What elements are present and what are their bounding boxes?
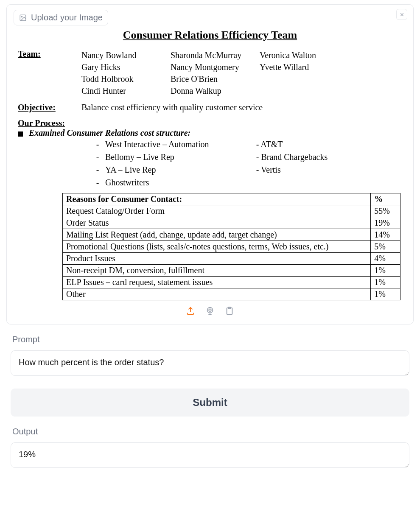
team-label: Team: (18, 49, 81, 97)
team-col1: Nancy Bowland Gary Hicks Todd Holbrook C… (81, 49, 171, 97)
prompt-label: Prompt (12, 335, 414, 344)
process-subtext: Examined Consumer Relations cost structu… (29, 128, 190, 138)
team-member: Brice O'Brien (171, 73, 260, 85)
table-row: Non-receipt DM, conversion, fulfillment1… (63, 265, 400, 277)
team-columns: Nancy Bowland Gary Hicks Todd Holbrook C… (81, 49, 402, 97)
table-row: Product Issues4% (63, 253, 400, 265)
th-pct: % (371, 193, 400, 205)
table-row: Order Status19% (63, 217, 400, 229)
upload-icon[interactable] (186, 306, 195, 316)
table-row: Other1% (63, 288, 400, 300)
svg-point-3 (209, 309, 211, 311)
cost-item: -Bellomy – Live Rep (90, 151, 256, 163)
cost-right: - AT&T - Brand Chargebacks - Vertis (256, 138, 328, 189)
image-upload-card: Upload your Image Consumer Relations Eff… (6, 4, 414, 324)
team-col3: Veronica Walton Yvette Willard (260, 49, 402, 97)
close-button[interactable] (396, 9, 407, 20)
team-member: Veronica Walton (260, 49, 402, 61)
team-member: Yvette Willard (260, 61, 402, 73)
th-reason: Reasons for Consumer Contact: (63, 193, 371, 205)
team-member: Todd Holbrook (81, 73, 171, 85)
upload-header: Upload your Image (14, 10, 406, 25)
table-row: Request Catalog/Order Form55% (63, 205, 400, 217)
cost-structure-row: -West Interactive – Automation -Bellomy … (18, 138, 402, 189)
team-col2: Sharonda McMurray Nancy Montgomery Brice… (171, 49, 260, 97)
contact-reasons-table: Reasons for Consumer Contact: % Request … (62, 193, 400, 300)
prompt-input[interactable] (11, 350, 409, 376)
table-row: ELP Issues – card request, statement iss… (63, 277, 400, 288)
team-member: Gary Hicks (81, 61, 171, 73)
table-header-row: Reasons for Consumer Contact: % (63, 193, 400, 205)
process-subhead: Examined Consumer Relations cost structu… (18, 128, 402, 138)
upload-label: Upload your Image (31, 13, 103, 22)
output-label: Output (12, 427, 414, 436)
cost-item: -YA – Live Rep (90, 163, 256, 176)
cost-item: -West Interactive – Automation (90, 138, 256, 151)
cost-left: -West Interactive – Automation -Bellomy … (18, 138, 256, 189)
team-member: Cindi Hunter (81, 85, 171, 97)
prompt-section: Prompt (6, 335, 414, 379)
cost-item: - Brand Chargebacks (256, 151, 328, 163)
image-action-bar (14, 306, 406, 316)
team-member: Sharonda McMurray (171, 49, 260, 61)
uploaded-document: Consumer Relations Efficiency Team Team:… (14, 29, 406, 300)
cost-item: - Vertis (256, 163, 328, 176)
image-icon (19, 14, 27, 22)
team-row: Team: Nancy Bowland Gary Hicks Todd Holb… (18, 49, 402, 97)
webcam-icon[interactable] (205, 306, 215, 316)
team-member: Nancy Montgomery (171, 61, 260, 73)
objective-text: Balance cost efficiency with quality cus… (81, 103, 263, 112)
objective-label: Objective: (18, 103, 81, 112)
svg-point-2 (207, 308, 213, 313)
output-section: Output (6, 427, 414, 471)
svg-point-1 (21, 16, 22, 17)
submit-button[interactable]: Submit (11, 389, 409, 417)
clipboard-icon[interactable] (225, 306, 234, 316)
output-text[interactable] (11, 442, 409, 468)
team-member: Nancy Bowland (81, 49, 171, 61)
team-member: Donna Walkup (171, 85, 260, 97)
process-label: Our Process: (18, 118, 402, 128)
objective-row: Objective: Balance cost efficiency with … (18, 103, 402, 112)
table-row: Mailing List Request (add, change, updat… (63, 229, 400, 241)
cost-item: -Ghostwriters (90, 176, 256, 189)
bullet-icon (18, 131, 23, 137)
cost-item: - AT&T (256, 138, 328, 151)
table-row: Promotional Questions (lists, seals/c-no… (63, 241, 400, 253)
upload-image-button[interactable]: Upload your Image (14, 10, 108, 25)
doc-title: Consumer Relations Efficiency Team (18, 29, 402, 42)
